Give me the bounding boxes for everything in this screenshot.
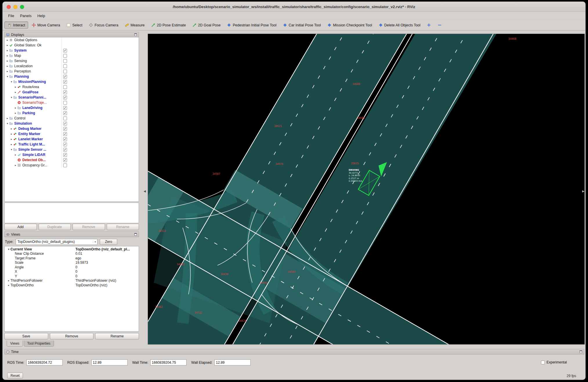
- splitter-collapse-left-icon[interactable]: ◀: [144, 190, 146, 193]
- views-panel-header[interactable]: Views: [4, 232, 139, 237]
- visibility-checkbox[interactable]: [63, 59, 67, 63]
- view-property-topdownortho[interactable]: ▸TopDownOrthoTopDownOrtho (rviz): [5, 283, 139, 288]
- expander-icon[interactable]: ▸: [6, 54, 9, 57]
- display-item-debug-marker[interactable]: ▸Debug Marker✓: [5, 126, 139, 131]
- remove-button[interactable]: Remove: [73, 224, 105, 230]
- reset-button[interactable]: Reset: [7, 373, 23, 379]
- tool-select[interactable]: Select: [64, 21, 85, 29]
- expander-icon[interactable]: ▸: [7, 279, 10, 282]
- visibility-checkbox[interactable]: ✓: [63, 96, 67, 99]
- display-item-scenarioplanni[interactable]: ▾ScenarioPlanni...✓: [5, 95, 139, 100]
- display-item-traffic-light-m[interactable]: ▸Traffic Light M...✓: [5, 142, 139, 147]
- view-property-target-frame[interactable]: Target Frameego: [5, 256, 139, 261]
- rename-button[interactable]: Rename: [107, 224, 139, 230]
- expander-icon[interactable]: ▸: [7, 284, 10, 287]
- wall-time-input[interactable]: [150, 359, 187, 365]
- tool-measure[interactable]: Measure: [122, 21, 148, 29]
- display-item-sensing[interactable]: ▸Sensing: [5, 58, 139, 63]
- views-save-button[interactable]: Save: [4, 333, 48, 339]
- visibility-checkbox[interactable]: ✓: [63, 148, 67, 152]
- display-item-control[interactable]: ▸Control: [5, 116, 139, 121]
- expander-icon[interactable]: ▸: [6, 65, 9, 68]
- visibility-checkbox[interactable]: ✓: [63, 106, 67, 110]
- visibility-checkbox[interactable]: [63, 163, 67, 167]
- display-item-simple-sensor[interactable]: ▾Simple Sensor ...✓: [5, 147, 139, 152]
- tool-move-camera[interactable]: Move Camera: [29, 21, 63, 29]
- views-rename-button[interactable]: Rename: [95, 333, 139, 339]
- expander-icon[interactable]: ▸: [6, 59, 9, 62]
- expander-icon[interactable]: ▾: [6, 75, 9, 78]
- visibility-checkbox[interactable]: ✓: [63, 49, 67, 52]
- display-item-scenariotraje[interactable]: ScenarioTraje...: [5, 100, 139, 105]
- splitter-collapse-right-icon[interactable]: ▶: [582, 190, 585, 193]
- view-property-near-clip-distance[interactable]: Near Clip Distance0.01: [5, 252, 139, 256]
- expander-icon[interactable]: ▸: [10, 127, 13, 130]
- menu-file[interactable]: File: [6, 13, 17, 19]
- expander-icon[interactable]: ▸: [10, 132, 13, 135]
- tool-2d-goal-pose[interactable]: 2D Goal Pose: [189, 21, 224, 29]
- display-item-planning[interactable]: ▾Planning✓: [5, 74, 139, 79]
- tool-minus[interactable]: [435, 21, 445, 29]
- display-item-system[interactable]: ▸System✓: [5, 48, 139, 53]
- visibility-checkbox[interactable]: [63, 54, 67, 58]
- visibility-checkbox[interactable]: [63, 64, 67, 68]
- expander-icon[interactable]: ▸: [14, 86, 17, 88]
- ros-elapsed-input[interactable]: [91, 359, 128, 365]
- undock-icon[interactable]: [134, 233, 137, 236]
- tool-focus-camera[interactable]: Focus Camera: [86, 21, 121, 29]
- tool-delete-all-objects-tool[interactable]: Delete All Objects Tool: [376, 21, 424, 29]
- minimize-button[interactable]: [13, 5, 17, 9]
- display-item-global-options[interactable]: ▸Global Options: [5, 37, 139, 43]
- view-property-x[interactable]: X0: [5, 270, 139, 274]
- menu-panels[interactable]: Panels: [17, 13, 34, 19]
- display-item-missionplanning[interactable]: ▾MissionPlanning✓: [5, 79, 139, 84]
- visibility-checkbox[interactable]: ✓: [63, 111, 67, 115]
- view-property-y[interactable]: Y0: [5, 274, 139, 279]
- visibility-checkbox[interactable]: ✓: [63, 80, 67, 84]
- expander-icon[interactable]: ▾: [10, 148, 13, 151]
- display-item-perception[interactable]: ▸Perception: [5, 69, 139, 74]
- tool-mission-checkpoint-tool[interactable]: Mission Checkpoint Tool: [324, 21, 375, 29]
- visibility-checkbox[interactable]: [63, 117, 67, 120]
- duplicate-button[interactable]: Duplicate: [39, 224, 71, 230]
- visibility-checkbox[interactable]: ✓: [63, 122, 67, 125]
- undock-icon[interactable]: [579, 350, 582, 353]
- visibility-checkbox[interactable]: ✓: [63, 143, 67, 146]
- view-property-angle[interactable]: Angle0: [5, 265, 139, 270]
- expander-icon[interactable]: ▸: [6, 49, 9, 52]
- expander-icon[interactable]: ▾: [6, 122, 9, 125]
- zero-button[interactable]: Zero: [100, 239, 117, 245]
- expander-icon[interactable]: ▸: [10, 143, 13, 146]
- expander-icon[interactable]: ▸: [6, 39, 9, 41]
- display-item-global-status-ok[interactable]: ▸Global Status: Ok: [5, 43, 139, 48]
- expander-icon[interactable]: ▸: [14, 91, 17, 94]
- display-item-localization[interactable]: ▸Localization: [5, 63, 139, 69]
- visibility-checkbox[interactable]: [63, 70, 67, 73]
- visibility-checkbox[interactable]: ✓: [63, 153, 67, 157]
- expander-icon[interactable]: ▸: [10, 138, 13, 141]
- display-item-simple-lidar[interactable]: ▸Simple LiDAR✓: [5, 152, 139, 157]
- display-item-lanelet-marker[interactable]: ▸Lanelet Marker✓: [5, 137, 139, 142]
- menu-help[interactable]: Help: [35, 13, 48, 19]
- expander-icon[interactable]: ▸: [14, 112, 17, 114]
- expander-icon[interactable]: ▾: [7, 248, 10, 251]
- expander-icon[interactable]: ▸: [6, 117, 9, 120]
- expander-icon[interactable]: ▾: [10, 96, 13, 99]
- expander-icon[interactable]: ▸: [14, 106, 17, 109]
- maximize-button[interactable]: [20, 5, 24, 9]
- display-item-routearea[interactable]: ▸RouteArea: [5, 84, 139, 90]
- visibility-checkbox[interactable]: [63, 101, 67, 105]
- visibility-checkbox[interactable]: ✓: [63, 158, 67, 162]
- wall-elapsed-input[interactable]: [214, 359, 251, 365]
- visibility-checkbox[interactable]: ✓: [63, 137, 67, 141]
- ros-time-input[interactable]: [26, 359, 63, 365]
- visibility-checkbox[interactable]: [63, 85, 67, 89]
- add-button[interactable]: Add: [4, 224, 37, 230]
- undock-icon[interactable]: [134, 33, 137, 36]
- tool-car-initial-pose-tool[interactable]: Car Initial Pose Tool: [280, 21, 324, 29]
- visibility-checkbox[interactable]: ✓: [63, 127, 67, 131]
- visibility-checkbox[interactable]: ✓: [63, 75, 67, 79]
- 3d-viewport[interactable]: 3446834600346063462135035349763450734513…: [148, 34, 585, 345]
- expander-icon[interactable]: ▸: [6, 44, 9, 47]
- visibility-checkbox[interactable]: ✓: [63, 132, 67, 136]
